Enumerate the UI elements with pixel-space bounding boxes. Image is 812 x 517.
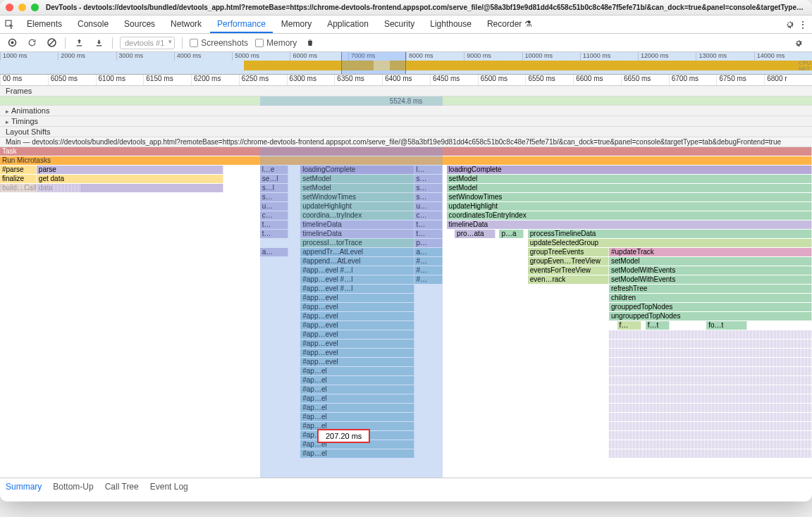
flame-bar[interactable]: #ap…el xyxy=(300,376,414,385)
flame-bar[interactable]: #app…evel xyxy=(300,321,414,330)
flame-bar[interactable]: #ap…el xyxy=(300,449,414,458)
flame-bar[interactable]: coordinatesToEntryIndex xyxy=(447,211,812,220)
flame-bar[interactable]: setModelWithEvents xyxy=(609,266,812,275)
flame-bar[interactable]: #append…AtLevel xyxy=(300,257,414,266)
flame-bar[interactable]: ungrouppedTopNodes xyxy=(609,312,812,320)
flame-bar[interactable]: appendTr…AtLevel xyxy=(300,248,414,256)
tab-network[interactable]: Network xyxy=(164,16,209,33)
record-button[interactable] xyxy=(6,37,18,49)
close-icon[interactable] xyxy=(6,4,13,11)
flame-bar[interactable]: even…rack xyxy=(528,275,609,284)
inspect-element-icon[interactable] xyxy=(4,19,16,30)
minimize-icon[interactable] xyxy=(18,4,26,11)
flame-bar[interactable]: loadingComplete xyxy=(447,166,812,174)
microtasks-bar[interactable]: Run Microtasks xyxy=(0,156,812,165)
flame-bar[interactable]: updateHighlight xyxy=(447,202,812,211)
trash-icon[interactable] xyxy=(304,37,316,49)
flame-bar[interactable]: #ap…el xyxy=(300,367,414,375)
tab-elements[interactable]: Elements xyxy=(20,16,69,33)
flame-bar[interactable]: timelineData xyxy=(447,220,812,229)
flame-bar[interactable]: fo…t xyxy=(706,321,747,330)
overview-selection[interactable] xyxy=(341,52,406,74)
flame-bar[interactable]: f…t xyxy=(646,321,670,330)
flame-bar[interactable]: f… xyxy=(617,321,642,330)
track-frames[interactable]: Frames xyxy=(0,86,812,96)
flame-bar[interactable]: #app…evel #…l xyxy=(300,285,414,293)
flame-bar[interactable]: #app…evel xyxy=(300,294,414,302)
flame-bar[interactable]: #app…evel xyxy=(300,358,414,366)
track-main[interactable]: Main — devtools://devtools/bundled/devto… xyxy=(0,137,812,147)
tab-sources[interactable]: Sources xyxy=(117,16,162,33)
flame-bar[interactable]: p… xyxy=(414,239,443,247)
flame-bar[interactable]: loadingComplete xyxy=(300,166,414,174)
flame-bar[interactable]: s… xyxy=(414,175,443,183)
flame-bar[interactable]: updateSelectedGroup xyxy=(528,239,812,247)
flame-bar[interactable]: get data xyxy=(37,175,223,183)
flame-bar[interactable]: setWindowTimes xyxy=(300,193,414,201)
flame-bar[interactable]: eventsForTreeView xyxy=(528,266,609,275)
tab-application[interactable]: Application xyxy=(320,16,376,33)
settings-icon[interactable] xyxy=(782,18,796,32)
flame-bar[interactable]: refreshTree xyxy=(609,285,812,293)
flame-bar[interactable]: pro…ata xyxy=(455,230,496,238)
flame-bar[interactable]: #ap…el xyxy=(300,394,414,403)
flame-bar[interactable]: a… xyxy=(414,248,443,256)
flame-bar[interactable]: #app…evel xyxy=(300,330,414,339)
track-timings[interactable]: Timings xyxy=(0,116,812,127)
timeline-overview[interactable]: 1000 ms2000 ms3000 ms4000 ms5000 ms6000 … xyxy=(0,52,812,75)
flame-bar[interactable]: groupEven…TreeView xyxy=(528,257,609,266)
memory-checkbox[interactable]: Memory xyxy=(255,38,297,48)
tab-bottom-up[interactable]: Bottom-Up xyxy=(53,482,93,492)
task-bar[interactable]: Task xyxy=(0,147,812,156)
flame-bar[interactable]: c… xyxy=(414,211,443,220)
flame-bar[interactable]: setModelWithEvents xyxy=(609,275,812,284)
flame-bar[interactable]: #updateTrack xyxy=(609,248,812,256)
flame-bar[interactable]: setModel xyxy=(300,184,414,192)
tab-summary[interactable]: Summary xyxy=(6,482,42,492)
flame-bar[interactable]: l…e xyxy=(260,166,288,174)
flame-bar[interactable]: setModel xyxy=(300,175,414,183)
tab-call-tree[interactable]: Call Tree xyxy=(105,482,139,492)
flame-bar[interactable]: p…a xyxy=(499,230,524,238)
flame-bar[interactable]: processTimelineData xyxy=(528,230,812,238)
flame-bar[interactable]: coordina…tryIndex xyxy=(300,211,414,220)
flame-bar[interactable]: s…l xyxy=(260,184,288,192)
flame-bar[interactable]: finalize xyxy=(0,175,37,183)
tab-event-log[interactable]: Event Log xyxy=(150,482,188,492)
track-animations[interactable]: Animations xyxy=(0,106,812,116)
download-button[interactable] xyxy=(92,37,105,49)
maximize-icon[interactable] xyxy=(31,4,39,11)
upload-button[interactable] xyxy=(73,37,85,49)
flame-bar[interactable]: processI…torTrace xyxy=(300,239,414,247)
flame-bar[interactable]: #app…evel xyxy=(300,312,414,320)
frame-bar[interactable]: 5524.8 ms xyxy=(0,96,812,106)
flame-bar[interactable]: #app…evel xyxy=(300,340,414,348)
more-menu-icon[interactable]: ⋮ xyxy=(798,19,808,30)
flame-bar[interactable]: s… xyxy=(414,184,443,192)
flame-bar[interactable]: #app…evel #…l xyxy=(300,275,414,284)
flame-bar[interactable]: s… xyxy=(414,193,443,201)
tab-security[interactable]: Security xyxy=(377,16,422,33)
flame-bar[interactable]: #app…evel #…l xyxy=(300,266,414,275)
flame-bar[interactable]: grouppedTopNodes xyxy=(609,303,812,311)
flame-bar[interactable]: t… xyxy=(260,230,288,238)
flame-bar[interactable]: u… xyxy=(414,202,443,211)
flame-bar[interactable]: #… xyxy=(414,266,443,275)
flame-bar[interactable]: setModel xyxy=(447,175,812,183)
flame-bar[interactable]: t… xyxy=(414,230,443,238)
flame-bar[interactable]: timelineData xyxy=(300,220,414,229)
flame-bar[interactable]: setWindowTimes xyxy=(447,193,812,201)
tab-recorder[interactable]: Recorder ⚗ xyxy=(480,16,539,33)
track-layout-shifts[interactable]: Layout Shifts xyxy=(0,127,812,137)
flame-bar[interactable]: setModel xyxy=(447,184,812,192)
flame-bar[interactable]: #… xyxy=(414,257,443,266)
flamechart[interactable]: Frames 5524.8 ms Animations Timings Layo… xyxy=(0,86,812,487)
flame-bar[interactable]: updateHighlight xyxy=(300,202,414,211)
flame-bar[interactable]: groupTreeEvents xyxy=(528,248,609,256)
flame-bar[interactable]: #app…evel xyxy=(300,349,414,357)
reload-button[interactable] xyxy=(25,37,38,49)
flame-bar[interactable]: #parse xyxy=(0,166,37,174)
flame-bar[interactable]: t… xyxy=(260,220,288,229)
flame-bar[interactable]: se…l xyxy=(260,175,288,183)
flame-bar[interactable]: parse xyxy=(37,166,223,174)
